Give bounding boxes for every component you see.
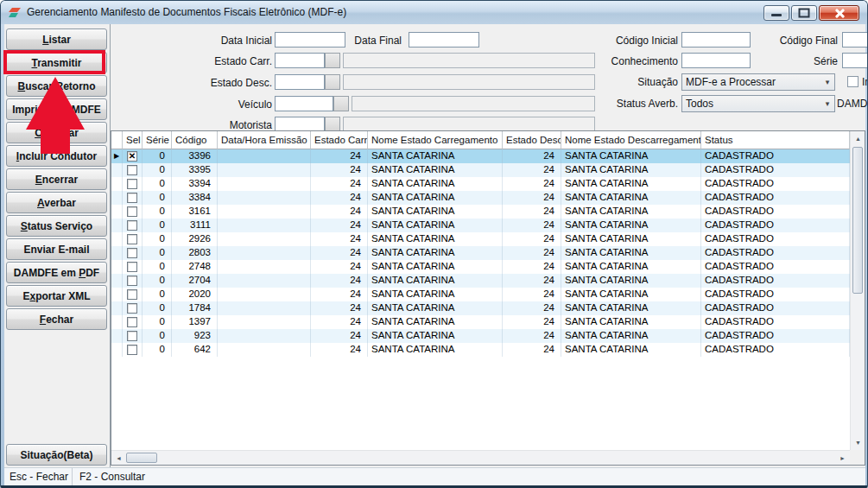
row-select-checkbox[interactable]	[127, 206, 137, 217]
table-row[interactable]: 0292624SANTA CATARINA24SANTA CATARINACAD…	[111, 232, 850, 246]
sidebar-button-exportar-xml[interactable]: Exportar XML	[6, 285, 107, 307]
sidebar-button-cancelar[interactable]: Cancelar	[6, 122, 107, 143]
table-row[interactable]: 0202024SANTA CATARINA24SANTA CATARINACAD…	[111, 288, 850, 301]
imprimir-sem-visualizar-checkbox[interactable]	[847, 76, 858, 87]
sidebar-button-incluir-condutor[interactable]: Incluir Condutor	[6, 145, 107, 167]
table-row[interactable]: 0270424SANTA CATARINA24SANTA CATARINACAD…	[111, 274, 850, 288]
table-row[interactable]: 0178424SANTA CATARINA24SANTA CATARINACAD…	[111, 301, 850, 315]
row-select-checkbox[interactable]	[127, 331, 137, 341]
row-select-checkbox[interactable]	[127, 234, 137, 244]
sidebar-button-buscar-retorno[interactable]: Buscar Retorno	[6, 75, 107, 97]
row-indicator	[111, 329, 123, 343]
sidebar-button-fechar[interactable]: Fechar	[6, 308, 107, 330]
scroll-left-button[interactable]: ◄	[111, 451, 126, 466]
titlebar[interactable]: Gerenciamento Manifesto de Documentos Fi…	[1, 1, 867, 24]
cell-sel	[123, 329, 143, 343]
sidebar-button-damdfe-em-pdf[interactable]: DAMDFE em PDF	[6, 262, 107, 283]
veiculo-lookup-button[interactable]	[333, 96, 349, 111]
maximize-button[interactable]	[791, 5, 817, 21]
row-select-checkbox[interactable]	[127, 248, 137, 258]
cell-serie: 0	[143, 205, 172, 219]
table-row[interactable]: 0339424SANTA CATARINA24SANTA CATARINACAD…	[111, 177, 850, 191]
cell-nome_desc: SANTA CATARINA	[561, 274, 701, 288]
vscroll-thumb[interactable]	[852, 147, 863, 294]
sidebar-button-transmitir[interactable]: Transmitir	[6, 52, 107, 73]
table-row[interactable]: 0274824SANTA CATARINA24SANTA CATARINACAD…	[111, 260, 850, 274]
close-button[interactable]	[819, 5, 859, 21]
row-select-checkbox[interactable]	[127, 289, 137, 300]
col-header-estado_desc[interactable]: Estado Desc.	[503, 131, 561, 149]
row-select-checkbox[interactable]	[127, 193, 137, 203]
cell-nome_desc: SANTA CATARINA	[561, 205, 701, 219]
cell-nome_desc: SANTA CATARINA	[561, 315, 701, 329]
row-select-checkbox[interactable]	[127, 303, 137, 314]
row-select-checkbox[interactable]	[127, 317, 137, 327]
codigo-inicial-label: Código Inicial	[578, 35, 678, 47]
cell-sel	[123, 274, 143, 288]
minimize-button[interactable]	[763, 5, 789, 21]
sidebar-button-encerrar[interactable]: Encerrar	[6, 168, 107, 190]
situacao-combobox[interactable]: MDF-e a Processar ▾	[681, 73, 835, 91]
scroll-right-button[interactable]: ►	[835, 451, 850, 466]
cell-serie: 0	[143, 343, 172, 357]
cell-estado_desc: 24	[503, 232, 561, 246]
sidebar-button-listar[interactable]: Listar	[6, 29, 107, 50]
row-select-checkbox[interactable]: ✕	[127, 151, 137, 162]
status-averb-combobox[interactable]: Todos ▾	[681, 95, 835, 112]
col-header-status[interactable]: Status	[701, 131, 850, 149]
grid-hscrollbar[interactable]: ◄ ►	[111, 450, 850, 465]
table-row[interactable]: 0311124SANTA CATARINA24SANTA CATARINACAD…	[111, 219, 850, 232]
data-inicial-input[interactable]	[275, 32, 345, 48]
sidebar-button-averbar[interactable]: Averbar	[6, 192, 107, 213]
estado-carr-input[interactable]	[275, 53, 325, 68]
veiculo-input[interactable]	[275, 96, 333, 111]
col-header-sel[interactable]: Sel	[123, 131, 143, 149]
cell-serie: 0	[143, 191, 172, 205]
row-select-checkbox[interactable]	[127, 276, 137, 286]
grid-vscrollbar[interactable]: ▲ ▼	[850, 131, 865, 450]
col-header-nome_desc[interactable]: Nome Estado Descarregamento	[561, 131, 701, 149]
serie-input[interactable]	[842, 53, 868, 68]
row-select-checkbox[interactable]	[127, 179, 137, 189]
table-row[interactable]: 0338424SANTA CATARINA24SANTA CATARINACAD…	[111, 191, 850, 205]
row-select-checkbox[interactable]	[127, 262, 137, 272]
col-header-emissao[interactable]: Data/Hora Emissão	[218, 131, 311, 149]
col-header-serie[interactable]: Série	[143, 131, 172, 149]
hscroll-thumb[interactable]	[126, 453, 157, 463]
app-logo-icon	[9, 6, 22, 19]
estado-desc-lookup-button[interactable]	[325, 74, 340, 90]
sidebar-button-status-servi-o[interactable]: Status Serviço	[6, 215, 107, 237]
table-row[interactable]: 092324SANTA CATARINA24SANTA CATARINACADA…	[111, 329, 850, 343]
table-row[interactable]: 0139724SANTA CATARINA24SANTA CATARINACAD…	[111, 315, 850, 329]
col-header-nome_carr[interactable]: Nome Estado Carregamento	[368, 131, 503, 149]
sidebar-button-situa-o-beta[interactable]: Situação(Beta)	[6, 444, 107, 466]
cell-codigo: 2926	[172, 232, 218, 246]
sidebar-button-enviar-e-mail[interactable]: Enviar E-mail	[6, 238, 107, 260]
cell-sel	[123, 177, 143, 191]
estado-carr-lookup-button[interactable]	[325, 53, 340, 68]
row-select-checkbox[interactable]	[127, 220, 137, 231]
veiculo-descricao-field	[352, 96, 595, 111]
table-row[interactable]: 0316124SANTA CATARINA24SANTA CATARINACAD…	[111, 205, 850, 219]
cell-nome_desc: SANTA CATARINA	[561, 232, 701, 246]
table-row[interactable]: ▶✕0339624SANTA CATARINA24SANTA CATARINAC…	[111, 149, 850, 163]
cell-serie: 0	[143, 246, 172, 260]
cell-nome_carr: SANTA CATARINA	[368, 191, 503, 205]
col-header-codigo[interactable]: Código	[172, 131, 218, 149]
row-select-checkbox[interactable]	[127, 345, 137, 355]
chevron-down-icon: ▾	[820, 78, 834, 86]
table-row[interactable]: 064224SANTA CATARINA24SANTA CATARINACADA…	[111, 343, 850, 357]
table-row[interactable]: 0339524SANTA CATARINA24SANTA CATARINACAD…	[111, 163, 850, 177]
scroll-up-button[interactable]: ▲	[851, 131, 865, 146]
estado-desc-input[interactable]	[275, 74, 325, 90]
row-select-checkbox[interactable]	[127, 165, 137, 175]
data-final-input[interactable]	[409, 32, 479, 48]
cell-codigo: 3395	[172, 163, 218, 177]
table-row[interactable]: 0280324SANTA CATARINA24SANTA CATARINACAD…	[111, 246, 850, 260]
scroll-down-button[interactable]: ▼	[851, 435, 865, 450]
codigo-final-input[interactable]	[842, 32, 868, 48]
cell-estado_desc: 24	[503, 163, 561, 177]
col-header-estado_carr[interactable]: Estado Carr.	[311, 131, 368, 149]
sidebar-button-imprimir-damdfe[interactable]: Imprimir DAMDFE	[6, 98, 107, 120]
cell-estado_carr: 24	[311, 246, 368, 260]
